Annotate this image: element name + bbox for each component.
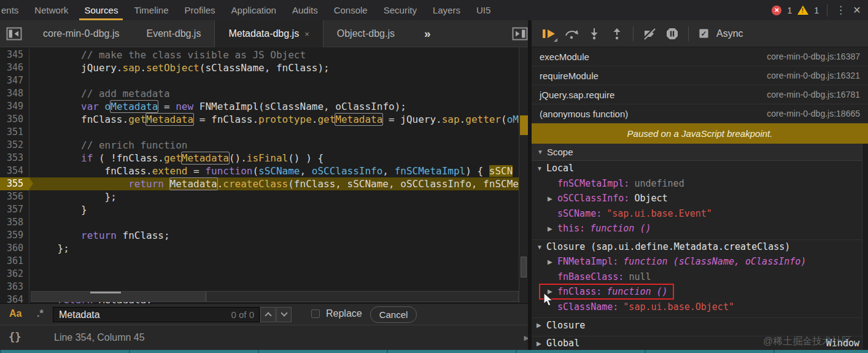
chevron-collapsed-icon[interactable]: ▶ [537,340,546,347]
scope-row-oscclassinfo-[interactable]: ▶oSCClassInfo:Object [532,191,868,206]
line-number-355[interactable]: 355 [0,177,29,190]
line-number-356[interactable]: 356 [0,190,29,203]
code-text[interactable]: }; [29,242,519,255]
chevron-collapsed-icon[interactable]: ▶ [548,258,557,265]
panel-tab-timeline[interactable]: Timeline [126,0,176,20]
code-text[interactable]: // make the class visible as JS Object [29,48,519,61]
async-checkbox[interactable]: ✓ [699,29,708,38]
scope-row-sscname-[interactable]: sSCName:"sap.ui.base.Event" [532,206,868,222]
code-editor[interactable]: 345 // make the class visible as JS Obje… [0,47,532,303]
line-number-361[interactable]: 361 [0,255,29,268]
line-number-351[interactable]: 351 [0,126,29,139]
close-icon[interactable]: ✕ [851,4,863,16]
line-number-347[interactable]: 347 [0,74,29,87]
step-out-button[interactable] [608,25,626,43]
horizontal-scrollbar[interactable] [31,291,519,302]
scope-row-sclassname-[interactable]: sClassName:"sap.ui.base.Object" [532,300,868,315]
call-stack-frame[interactable]: jQuery.sap.requirecore-min-0-dbg.js:1678… [532,85,868,104]
panel-tab-ents[interactable]: ents [0,0,26,20]
scope-row-fnbaseclass-[interactable]: fnBaseClass:null [532,270,868,285]
scope-row-fnclass-[interactable]: ▶fnClass:function () [532,284,868,300]
code-text[interactable]: fnClass.getMetadata = fnClass.prototype.… [29,113,519,126]
warning-badge-icon[interactable]: ! [797,6,808,15]
line-number-352[interactable]: 352 [0,139,29,152]
code-text[interactable]: }; [29,190,519,203]
panel-tab-security[interactable]: Security [376,0,425,20]
call-stack-frame[interactable]: requireModulecore-min-0-dbg.js:16321 [532,66,868,85]
file-tab-object-dbg.js[interactable]: Object-dbg.js [324,20,408,47]
scope-row-local[interactable]: ▼Local [532,161,868,176]
code-text[interactable] [29,126,519,139]
line-number-346[interactable]: 346 [0,61,29,74]
line-number-358[interactable]: 358 [0,216,29,229]
call-stack-frame[interactable]: execModulecore-min-0-dbg.js:16387 [532,47,868,66]
code-text[interactable]: return fnClass; [29,229,519,242]
code-text[interactable]: if ( !fnClass.getMetadata().isFinal() ) … [29,152,519,165]
chevron-expanded-icon[interactable]: ▼ [537,165,546,172]
panel-tab-console[interactable]: Console [326,0,376,20]
code-text[interactable]: jQuery.sap.setObject(sClassName, fnClass… [29,61,519,74]
panel-tab-audits[interactable]: Audits [284,0,326,20]
code-text[interactable]: return Metadata.createClass(fnClass, sSC… [29,177,519,190]
line-number-364[interactable]: 364 [0,293,29,303]
pretty-print-icon[interactable]: {} [9,331,21,343]
panel-tab-sources[interactable]: Sources [76,0,126,20]
scope-row-closure[interactable]: ▶Closure [532,317,868,333]
line-number-354[interactable]: 354 [0,165,29,177]
line-number-359[interactable]: 359 [0,229,29,242]
cancel-button[interactable]: Cancel [370,306,417,323]
overflow-menu-icon[interactable]: ⋮ [835,4,845,17]
scope-row-fnmetaimpl-[interactable]: ▶FNMetaImpl:function (sClassName, oClass… [532,254,868,270]
vertical-scrollbar[interactable] [519,47,528,303]
scope-row-this-[interactable]: ▶this:function () [532,221,868,236]
search-previous-button[interactable] [260,307,276,322]
line-number-350[interactable]: 350 [0,113,29,126]
step-into-button[interactable] [585,25,603,43]
line-number-353[interactable]: 353 [0,152,29,165]
panel-tab-network[interactable]: Network [26,0,76,20]
code-text[interactable]: var oMetadata = new FNMetaImpl(sClassNam… [29,100,519,113]
hide-navigator-icon[interactable] [6,27,22,41]
chevron-expanded-icon[interactable]: ▼ [537,244,546,250]
deactivate-breakpoints-button[interactable] [640,25,659,43]
search-next-button[interactable] [276,307,292,322]
file-tab-core-min-0-dbg.js[interactable]: core-min-0-dbg.js [29,20,133,47]
line-number-363[interactable]: 363 [0,281,29,293]
frame-location[interactable]: core-min-0-dbg.js:18665 [767,109,860,118]
code-text[interactable]: } [29,203,519,216]
code-text[interactable]: // enrich function [29,139,519,152]
horizontal-scrollbar-thumb[interactable] [31,292,206,301]
more-tabs-icon[interactable]: » [424,27,431,41]
line-number-360[interactable]: 360 [0,242,29,255]
sidebar-scrollbar[interactable] [862,144,868,350]
code-text[interactable] [29,255,519,268]
vertical-scrollbar-thumb[interactable] [521,257,527,277]
line-number-348[interactable]: 348 [0,87,29,100]
code-text[interactable]: // add metadata [29,87,519,100]
pause-on-exceptions-button[interactable] [663,25,681,43]
frame-location[interactable]: core-min-0-dbg.js:16387 [767,52,860,61]
scope-row-closure-sap-ui-define-metadata-createclass-[interactable]: ▼Closure (sap.ui.define.Metadata.createC… [532,239,868,255]
panel-tab-application[interactable]: Application [223,0,284,20]
line-number-345[interactable]: 345 [0,48,29,61]
code-text[interactable] [29,216,519,229]
panel-tab-layers[interactable]: Layers [425,0,468,20]
call-stack-frame[interactable]: (anonymous function)core-min-0-dbg.js:18… [532,104,868,123]
show-drawer-icon[interactable] [512,27,528,43]
frame-location[interactable]: core-min-0-dbg.js:16781 [767,90,860,99]
file-tab-metadata-dbg.js[interactable]: Metadata-dbg.js× [214,20,323,47]
close-tab-icon[interactable]: × [304,29,309,39]
chevron-collapsed-icon[interactable]: ▶ [537,322,546,328]
scope-row-fnscmetaimpl-[interactable]: fnSCMetaImpl:undefined [532,176,868,192]
error-badge-icon[interactable]: ✕ [772,6,781,15]
code-text[interactable] [29,268,519,281]
panel-tab-ui5[interactable]: UI5 [468,0,498,20]
chevron-collapsed-icon[interactable]: ▶ [548,225,557,232]
frame-location[interactable]: core-min-0-dbg.js:16321 [767,71,860,80]
search-input[interactable]: Metadata 0 of 0 [53,307,260,322]
step-over-button[interactable] [562,25,581,43]
panel-tab-profiles[interactable]: Profiles [177,0,223,20]
resume-script-button[interactable] [540,25,558,43]
line-number-349[interactable]: 349 [0,100,29,113]
regex-toggle[interactable]: .* [37,308,44,319]
